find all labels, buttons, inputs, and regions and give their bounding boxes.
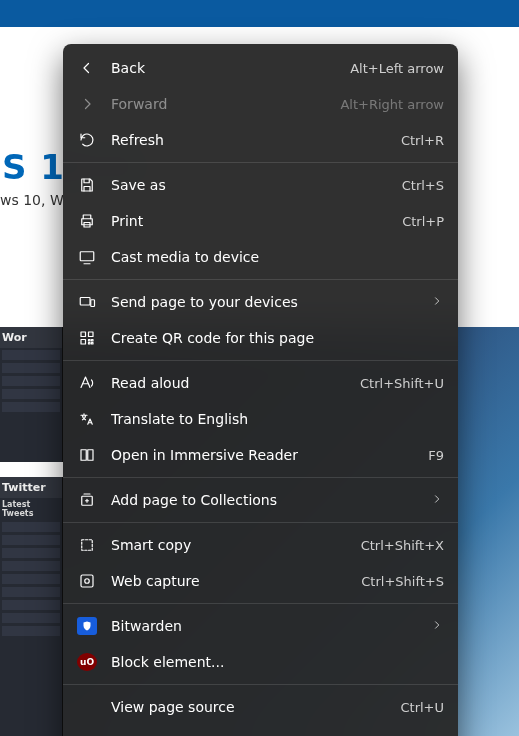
menu-item-view-source[interactable]: View page source Ctrl+U: [63, 689, 458, 725]
menu-item-shortcut: Ctrl+R: [401, 133, 444, 148]
menu-item-refresh[interactable]: Refresh Ctrl+R: [63, 122, 458, 158]
ublock-icon: uO: [77, 653, 97, 671]
chevron-right-icon: [430, 492, 444, 509]
svg-rect-4: [91, 300, 95, 307]
svg-rect-6: [89, 332, 94, 337]
menu-item-label: Cast media to device: [111, 249, 444, 265]
menu-item-label: Web capture: [111, 573, 347, 589]
menu-item-label: Send page to your devices: [111, 294, 416, 310]
menu-separator: [63, 162, 458, 163]
menu-item-label: Translate to English: [111, 411, 444, 427]
menu-item-shortcut: Ctrl+U: [400, 700, 444, 715]
menu-item-bitwarden[interactable]: Bitwarden: [63, 608, 458, 644]
blank-icon: [77, 697, 97, 717]
menu-item-label: Add page to Collections: [111, 492, 416, 508]
menu-separator: [63, 684, 458, 685]
menu-item-label: View page source: [111, 699, 386, 715]
context-menu: Back Alt+Left arrow Forward Alt+Right ar…: [63, 44, 458, 736]
refresh-icon: [77, 130, 97, 150]
menu-separator: [63, 279, 458, 280]
menu-item-shortcut: Alt+Right arrow: [340, 97, 444, 112]
devices-icon: [77, 292, 97, 312]
web-capture-icon: [77, 571, 97, 591]
menu-item-shortcut: Ctrl+P: [402, 214, 444, 229]
menu-item-shortcut: Ctrl+Shift+U: [360, 376, 444, 391]
cast-icon: [77, 247, 97, 267]
menu-item-label: Back: [111, 60, 336, 76]
chevron-right-icon: [430, 618, 444, 635]
menu-item-cast[interactable]: Cast media to device: [63, 239, 458, 275]
svg-rect-7: [81, 340, 86, 345]
latest-tweets-label: Latest Tweets: [0, 498, 62, 520]
menu-item-label: Forward: [111, 96, 326, 112]
svg-rect-9: [82, 540, 93, 551]
menu-item-shortcut: F9: [428, 448, 444, 463]
menu-item-block-element[interactable]: uO Block element...: [63, 644, 458, 680]
menu-item-web-capture[interactable]: Web capture Ctrl+Shift+S: [63, 563, 458, 599]
menu-item-save-as[interactable]: Save as Ctrl+S: [63, 167, 458, 203]
smart-copy-icon: [77, 535, 97, 555]
menu-item-label: Create QR code for this page: [111, 330, 444, 346]
save-icon: [77, 175, 97, 195]
menu-item-read-aloud[interactable]: Read aloud Ctrl+Shift+U: [63, 365, 458, 401]
menu-item-label: Smart copy: [111, 537, 347, 553]
menu-item-add-to-collections[interactable]: Add page to Collections: [63, 482, 458, 518]
menu-item-back[interactable]: Back Alt+Left arrow: [63, 50, 458, 86]
bitwarden-icon: [77, 617, 97, 635]
menu-separator: [63, 522, 458, 523]
menu-item-label: Bitwarden: [111, 618, 416, 634]
collections-icon: [77, 490, 97, 510]
chevron-right-icon: [430, 294, 444, 311]
menu-separator: [63, 603, 458, 604]
translate-icon: [77, 409, 97, 429]
menu-item-shortcut: Ctrl+Shift+S: [361, 574, 444, 589]
svg-rect-2: [80, 252, 94, 261]
menu-item-shortcut: Ctrl+S: [402, 178, 444, 193]
menu-item-label: Open in Immersive Reader: [111, 447, 414, 463]
menu-item-send-to-devices[interactable]: Send page to your devices: [63, 284, 458, 320]
menu-item-label: Block element...: [111, 654, 444, 670]
print-icon: [77, 211, 97, 231]
svg-rect-3: [80, 298, 90, 306]
sidebar-widget-wor-label: Wor: [0, 327, 62, 348]
book-icon: [77, 445, 97, 465]
menu-separator: [63, 477, 458, 478]
menu-item-label: Print: [111, 213, 388, 229]
svg-rect-5: [81, 332, 86, 337]
svg-point-11: [85, 579, 90, 584]
menu-item-print[interactable]: Print Ctrl+P: [63, 203, 458, 239]
menu-separator: [63, 360, 458, 361]
arrow-left-icon: [77, 58, 97, 78]
menu-item-translate[interactable]: Translate to English: [63, 401, 458, 437]
menu-item-qr-code[interactable]: Create QR code for this page: [63, 320, 458, 356]
menu-item-label: Refresh: [111, 132, 387, 148]
qr-icon: [77, 328, 97, 348]
menu-item-smart-copy[interactable]: Smart copy Ctrl+Shift+X: [63, 527, 458, 563]
svg-rect-10: [81, 575, 93, 587]
menu-item-label: Save as: [111, 177, 388, 193]
menu-item-label: Read aloud: [111, 375, 346, 391]
arrow-right-icon: [77, 94, 97, 114]
sidebar-widget-wor: Wor: [0, 327, 63, 462]
sidebar-widget-twitter-label: Twitter: [0, 477, 62, 498]
menu-item-shortcut: Alt+Left arrow: [350, 61, 444, 76]
read-aloud-icon: [77, 373, 97, 393]
page-subtitle-fragment: ws 10, W: [0, 192, 64, 208]
menu-item-shortcut: Ctrl+Shift+X: [361, 538, 444, 553]
menu-item-immersive-reader[interactable]: Open in Immersive Reader F9: [63, 437, 458, 473]
menu-item-inspect[interactable]: Inspect: [63, 725, 458, 736]
menu-item-forward: Forward Alt+Right arrow: [63, 86, 458, 122]
svg-rect-0: [82, 219, 93, 225]
sidebar-widget-twitter: Twitter Latest Tweets: [0, 477, 63, 736]
